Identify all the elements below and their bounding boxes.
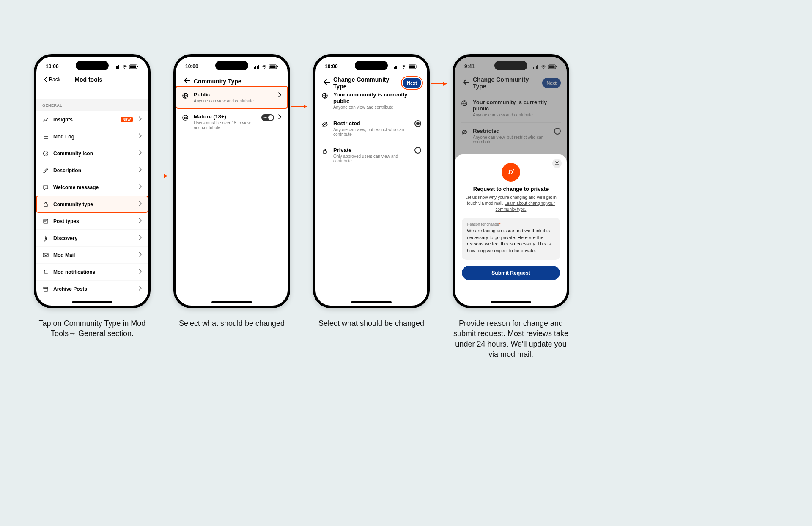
radio-private[interactable]	[414, 147, 421, 154]
reason-input[interactable]: Reason for change* We are facing an issu…	[462, 218, 560, 260]
submit-request-button[interactable]: Submit Request	[462, 266, 560, 280]
status-icons	[114, 64, 139, 69]
page-title: Community Type	[194, 78, 282, 85]
bell-icon	[42, 269, 49, 275]
pencil-icon	[42, 167, 49, 174]
close-icon	[555, 161, 559, 165]
reason-text: We are facing an issue and we think it i…	[467, 228, 555, 254]
radio-restricted[interactable]	[414, 120, 421, 127]
phone-frame: 9:41 Change Community Type Next Your c	[453, 54, 569, 308]
notch	[215, 61, 248, 70]
mature-subtitle: Users must be over 18 to view and contri…	[194, 121, 256, 130]
post-icon	[42, 218, 49, 225]
chevron-right-icon	[137, 268, 142, 276]
svg-rect-11	[44, 219, 48, 223]
chevron-right-icon	[137, 251, 142, 259]
restricted-title: Restricted	[333, 120, 409, 127]
svg-rect-14	[44, 289, 47, 291]
eighteen-icon	[182, 114, 189, 123]
status-time: 10:00	[325, 63, 338, 69]
scroll-area[interactable]: Your community is currently public Anyon…	[315, 86, 427, 295]
row-description[interactable]: Description	[36, 162, 148, 179]
learn-more-link[interactable]: Learn about changing your community type…	[496, 201, 555, 212]
row-private[interactable]: Private Only approved users can view and…	[315, 142, 427, 168]
chevron-right-icon	[277, 91, 282, 100]
home-indicator	[351, 301, 392, 303]
signal-icon	[114, 64, 120, 69]
flow-arrow-icon	[291, 103, 310, 110]
chevron-right-icon	[137, 200, 142, 208]
chevron-right-icon	[137, 116, 142, 124]
sheet-description: Let us know why you're changing and we'l…	[462, 195, 560, 212]
wifi-icon	[401, 64, 407, 69]
phone-frame: 10:00 Change Community Type Next	[313, 54, 430, 308]
row-archive-posts[interactable]: Archive Posts	[36, 280, 148, 295]
caption-2: Select what should be changed	[173, 318, 290, 328]
row-post-types[interactable]: Post types	[36, 212, 148, 229]
restricted-subtitle: Anyone can view, but restrict who can co…	[333, 127, 409, 137]
chevron-right-icon	[137, 132, 142, 140]
mail-icon	[42, 252, 49, 259]
row-welcome-message[interactable]: Welcome message	[36, 179, 148, 196]
globe-icon	[321, 92, 328, 101]
home-indicator	[72, 301, 112, 303]
caption-1: Tap on Community Type in Mod Tools→ Gene…	[34, 318, 151, 339]
step-2: 10:00 Community Type Public An	[173, 54, 290, 359]
wifi-icon	[261, 64, 267, 69]
signal-icon	[254, 64, 260, 69]
chart-icon	[42, 116, 49, 123]
chat-icon	[42, 184, 49, 191]
lock-icon	[42, 201, 49, 208]
chevron-right-icon	[137, 234, 142, 242]
reason-label: Reason for change*	[467, 222, 555, 227]
section-header-general: GENERAL	[36, 99, 148, 111]
compass-icon	[42, 235, 49, 242]
row-community-icon[interactable]: r/ Community Icon	[36, 145, 148, 162]
row-mature[interactable]: Mature (18+) Users must be over 18 to vi…	[176, 108, 288, 135]
row-discovery[interactable]: Discovery	[36, 229, 148, 246]
page-title: Mod tools	[51, 76, 126, 83]
row-community-type[interactable]: Community type	[36, 196, 148, 212]
status-time: 10:00	[46, 63, 59, 69]
battery-icon	[269, 64, 278, 69]
row-current: Your community is currently public Anyon…	[315, 86, 427, 115]
battery-icon	[409, 64, 418, 69]
step-1: 10:00 Back Mod tools GENERAL	[34, 54, 151, 359]
globe-icon	[182, 92, 189, 101]
scroll-area[interactable]: Public Anyone can view and contribute Ma…	[176, 86, 288, 295]
status-time: 10:00	[185, 63, 198, 69]
wifi-icon	[122, 64, 128, 69]
current-subtitle: Anyone can view and contribute	[333, 105, 421, 110]
svg-rect-12	[43, 253, 48, 257]
chevron-right-icon	[277, 113, 282, 122]
chevron-right-icon	[137, 149, 142, 157]
caption-4: Provide reason for change and submit req…	[453, 318, 569, 359]
mature-title: Mature (18+)	[194, 113, 256, 120]
sheet-heading: Request to change to private	[462, 186, 560, 192]
home-indicator	[491, 301, 531, 303]
row-insights[interactable]: Insights NEW	[36, 111, 148, 128]
arrow-left-icon	[182, 76, 190, 85]
battery-icon	[129, 64, 139, 69]
list-icon	[42, 133, 49, 140]
row-public[interactable]: Public Anyone can view and contribute	[176, 86, 288, 108]
eye-slash-icon	[321, 121, 328, 129]
scroll-area[interactable]: GENERAL Insights NEW Mod Log r/ Communit…	[36, 99, 148, 295]
row-mod-notifications[interactable]: Mod notifications	[36, 263, 148, 280]
phone-frame: 10:00 Back Mod tools GENERAL	[34, 54, 151, 308]
back-button[interactable]	[182, 76, 190, 86]
close-button[interactable]	[552, 159, 562, 168]
chevron-right-icon	[137, 285, 142, 293]
row-restricted[interactable]: Restricted Anyone can view, but restrict…	[315, 115, 427, 142]
row-mod-log[interactable]: Mod Log	[36, 128, 148, 145]
new-badge: NEW	[121, 117, 133, 122]
row-mod-mail[interactable]: Mod Mail	[36, 246, 148, 263]
public-subtitle: Anyone can view and contribute	[194, 99, 272, 103]
mature-toggle[interactable]: OFF	[261, 114, 274, 121]
signal-icon	[393, 64, 399, 69]
notch	[76, 61, 109, 70]
phone-frame: 10:00 Community Type Public An	[173, 54, 290, 308]
svg-text:r/: r/	[45, 152, 47, 155]
step-3: 10:00 Change Community Type Next	[313, 54, 430, 359]
chevron-left-icon	[42, 76, 48, 83]
